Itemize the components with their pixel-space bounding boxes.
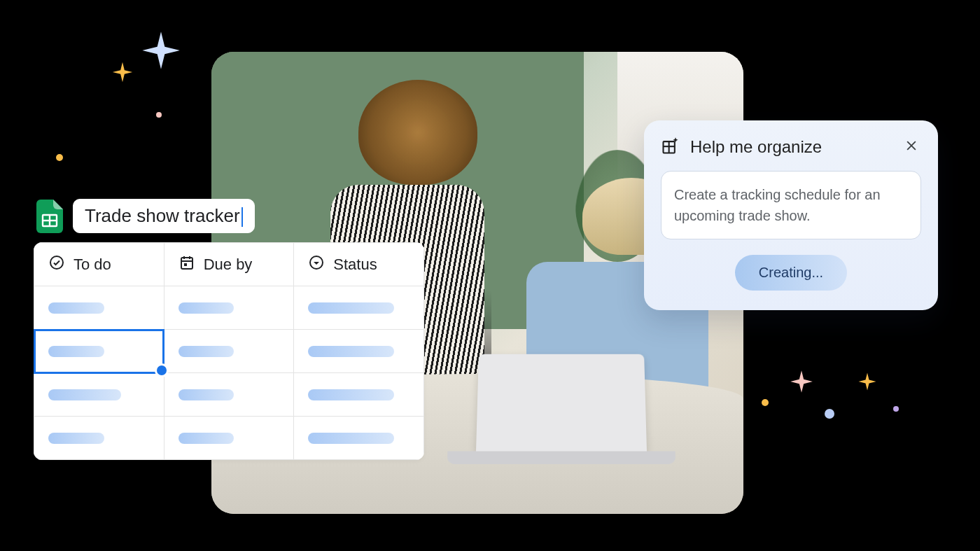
close-button[interactable] — [902, 137, 921, 157]
prompt-text: Create a tracking schedule for an upcomi… — [674, 187, 881, 223]
cell-placeholder — [178, 389, 234, 400]
svg-rect-8 — [184, 263, 187, 266]
column-header-todo[interactable]: To do — [34, 243, 164, 286]
cell[interactable] — [294, 330, 424, 373]
cell-placeholder — [178, 433, 234, 444]
svg-point-3 — [50, 256, 63, 269]
creating-button-label: Creating... — [759, 265, 823, 280]
decor-dot — [56, 154, 63, 161]
check-circle-icon — [48, 254, 65, 275]
cell-placeholder — [308, 346, 394, 357]
close-icon — [904, 139, 918, 155]
cell[interactable] — [164, 286, 294, 330]
cell-placeholder — [48, 433, 104, 444]
organize-sparkle-icon — [661, 136, 680, 158]
column-header-label: To do — [74, 256, 111, 274]
cell[interactable] — [164, 417, 294, 460]
cell[interactable] — [34, 286, 164, 330]
cell-selected[interactable] — [34, 330, 164, 373]
cell[interactable] — [164, 330, 294, 373]
sparkle-icon — [111, 60, 134, 84]
cell-placeholder — [48, 302, 104, 314]
dropdown-circle-icon — [308, 254, 325, 275]
cell-placeholder — [308, 389, 394, 400]
cell[interactable] — [34, 417, 164, 460]
cell[interactable] — [294, 286, 424, 330]
text-caret — [241, 207, 243, 227]
decor-dot — [893, 406, 899, 412]
cell-placeholder — [48, 346, 104, 357]
cell-placeholder — [48, 389, 121, 400]
decor-dot — [825, 409, 834, 419]
column-header-dueby[interactable]: Due by — [164, 243, 294, 286]
cell[interactable] — [294, 373, 424, 417]
cell-placeholder — [178, 302, 234, 314]
sparkle-icon — [788, 368, 815, 395]
help-me-organize-panel: Help me organize Create a tracking sched… — [644, 120, 938, 310]
cell-placeholder — [308, 433, 394, 444]
google-sheets-icon — [36, 200, 63, 233]
sparkle-icon — [857, 371, 878, 392]
column-header-status[interactable]: Status — [294, 243, 424, 286]
sparkle-icon — [139, 28, 183, 73]
cell-placeholder — [178, 346, 234, 357]
column-header-label: Status — [333, 256, 377, 274]
panel-title: Help me organize — [690, 137, 892, 157]
decor-dot — [762, 399, 769, 406]
decor-dot — [156, 112, 162, 118]
column-header-label: Due by — [204, 256, 253, 274]
cell[interactable] — [294, 417, 424, 460]
spreadsheet-grid[interactable]: To do Due by S — [34, 242, 424, 460]
cell-placeholder — [308, 302, 394, 314]
document-title-input[interactable]: Trade show tracker — [73, 199, 255, 233]
document-title-text: Trade show tracker — [85, 205, 240, 226]
prompt-input[interactable]: Create a tracking schedule for an upcomi… — [661, 171, 921, 239]
calendar-icon — [178, 254, 195, 275]
creating-button[interactable]: Creating... — [735, 255, 847, 291]
cell[interactable] — [34, 373, 164, 417]
cell[interactable] — [164, 373, 294, 417]
